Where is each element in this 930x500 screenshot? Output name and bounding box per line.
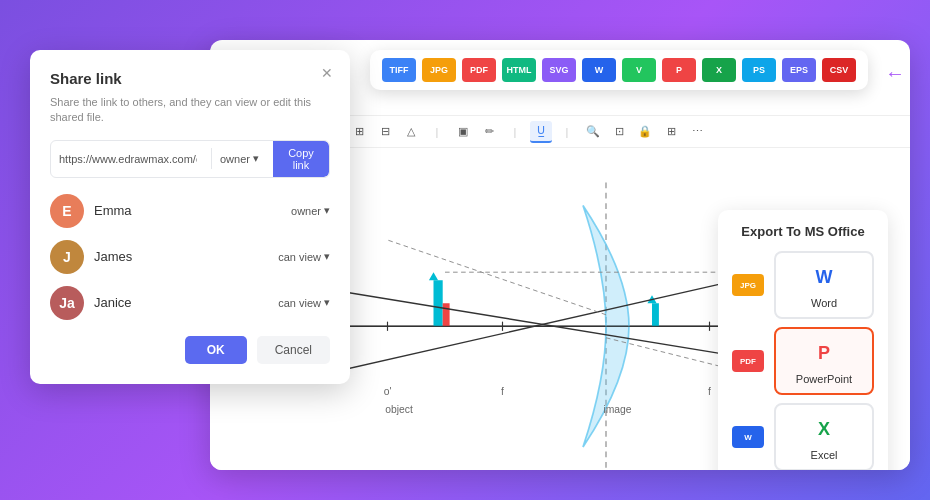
ps-badge[interactable]: PS	[742, 58, 776, 82]
chart-tool[interactable]: △	[400, 121, 422, 143]
ppt-app-name: PowerPoint	[784, 373, 864, 385]
fill-tool[interactable]: ▣	[452, 121, 474, 143]
visio-badge[interactable]: V	[622, 58, 656, 82]
arrow-indicator: ←	[885, 62, 905, 85]
owner-dropdown[interactable]: owner ▾	[211, 148, 267, 169]
fit-tool[interactable]: ⊡	[608, 121, 630, 143]
svg-marker-3	[429, 272, 438, 280]
separator2: |	[504, 121, 526, 143]
emma-avatar: E	[50, 194, 84, 228]
janice-avatar-img: Ja	[50, 286, 84, 320]
svg-text:image: image	[603, 404, 631, 415]
excel-app-icon: X	[808, 413, 840, 445]
export-panel-title: Export To MS Office	[732, 224, 874, 239]
separator3: |	[556, 121, 578, 143]
james-chevron-icon: ▾	[324, 250, 330, 263]
image-tool[interactable]: ⊟	[374, 121, 396, 143]
excel-badge[interactable]: X	[702, 58, 736, 82]
svg-text:f: f	[708, 386, 711, 397]
group-tool[interactable]: ⊞	[660, 121, 682, 143]
janice-chevron-icon: ▾	[324, 296, 330, 309]
pdf-badge[interactable]: PDF	[462, 58, 496, 82]
dialog-description: Share the link to others, and they can v…	[50, 95, 330, 126]
table-tool[interactable]: ⊞	[348, 121, 370, 143]
emma-name: Emma	[94, 203, 281, 218]
export-panel: Export To MS Office JPG W Word PDF P Pow…	[718, 210, 888, 470]
ppt-app-icon: P	[808, 337, 840, 369]
word-app-icon: W	[808, 261, 840, 293]
jpg-badge[interactable]: JPG	[422, 58, 456, 82]
user-row-james: J James can view ▾	[50, 240, 330, 274]
james-role-label: can view	[278, 251, 321, 263]
james-avatar-img: J	[50, 240, 84, 274]
export-pdf-side[interactable]: PDF	[732, 350, 764, 372]
ppt-badge[interactable]: P	[662, 58, 696, 82]
link-input[interactable]	[51, 147, 205, 171]
svg-rect-4	[443, 303, 450, 326]
james-avatar: J	[50, 240, 84, 274]
export-jpg-side[interactable]: JPG	[732, 274, 764, 296]
svg-text:f: f	[501, 386, 504, 397]
word-app-name: Word	[784, 297, 864, 309]
cancel-button[interactable]: Cancel	[257, 336, 330, 364]
csv-badge[interactable]: CSV	[822, 58, 856, 82]
html-badge[interactable]: HTML	[502, 58, 536, 82]
export-ppt-row: PDF P PowerPoint	[732, 327, 874, 395]
janice-avatar: Ja	[50, 286, 84, 320]
svg-text:object: object	[385, 404, 413, 415]
svg-rect-5	[652, 303, 659, 326]
dialog-title: Share link	[50, 70, 330, 87]
export-word-card[interactable]: W Word	[774, 251, 874, 319]
pen-tool[interactable]: ✏	[478, 121, 500, 143]
emma-role-dropdown[interactable]: owner ▾	[291, 204, 330, 217]
chevron-down-icon: ▾	[253, 152, 259, 165]
word-badge[interactable]: W	[582, 58, 616, 82]
link-row: owner ▾ Copy link	[50, 140, 330, 178]
emma-role-label: owner	[291, 205, 321, 217]
janice-name: Janice	[94, 295, 268, 310]
svg-text:o': o'	[384, 386, 392, 397]
janice-role-dropdown[interactable]: can view ▾	[278, 296, 330, 309]
user-row-janice: Ja Janice can view ▾	[50, 286, 330, 320]
export-word-side[interactable]: W	[732, 426, 764, 448]
emma-avatar-img: E	[50, 194, 84, 228]
owner-label: owner	[220, 153, 250, 165]
export-excel-row: W X Excel	[732, 403, 874, 470]
export-excel-card[interactable]: X Excel	[774, 403, 874, 470]
svg-rect-2	[434, 280, 443, 326]
dialog-actions: OK Cancel	[50, 336, 330, 364]
excel-app-name: Excel	[784, 449, 864, 461]
zoom-tool[interactable]: 🔍	[582, 121, 604, 143]
svg-badge[interactable]: SVG	[542, 58, 576, 82]
separator1: |	[426, 121, 448, 143]
james-name: James	[94, 249, 268, 264]
export-word-row: JPG W Word	[732, 251, 874, 319]
export-ppt-card[interactable]: P PowerPoint	[774, 327, 874, 395]
user-row-emma: E Emma owner ▾	[50, 194, 330, 228]
tiff-badge[interactable]: TIFF	[382, 58, 416, 82]
janice-role-label: can view	[278, 297, 321, 309]
format-toolbar: TIFF JPG PDF HTML SVG W V P X PS EPS CSV	[370, 50, 868, 90]
more-tool[interactable]: ⋯	[686, 121, 708, 143]
emma-chevron-icon: ▾	[324, 204, 330, 217]
copy-link-button[interactable]: Copy link	[273, 141, 329, 177]
underline-tool[interactable]: U̲	[530, 121, 552, 143]
lock-tool[interactable]: 🔒	[634, 121, 656, 143]
share-dialog: ✕ Share link Share the link to others, a…	[30, 50, 350, 384]
close-icon[interactable]: ✕	[318, 64, 336, 82]
svg-line-10	[388, 240, 607, 315]
ok-button[interactable]: OK	[185, 336, 247, 364]
james-role-dropdown[interactable]: can view ▾	[278, 250, 330, 263]
eps-badge[interactable]: EPS	[782, 58, 816, 82]
